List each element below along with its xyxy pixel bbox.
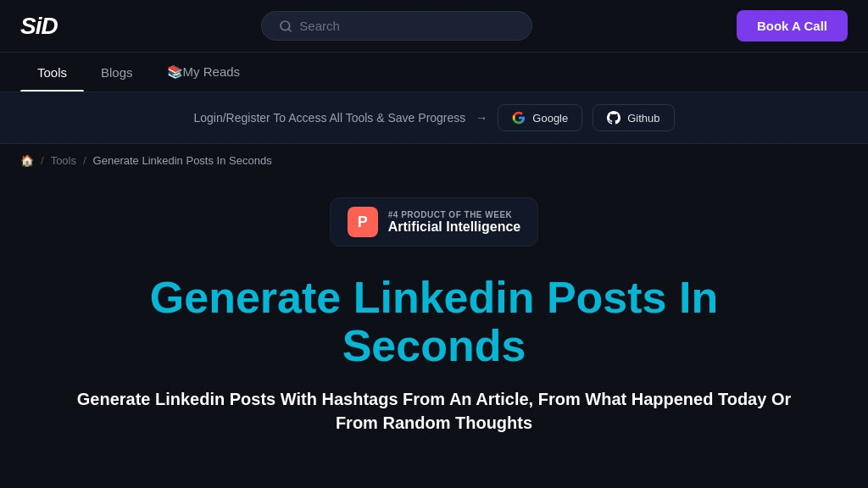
github-auth-button[interactable]: Github — [593, 104, 674, 131]
breadcrumb-home[interactable]: 🏠 — [20, 154, 34, 167]
logo: SiD — [20, 13, 58, 40]
svg-line-1 — [288, 29, 291, 31]
breadcrumb-current: Generate Linkedin Posts In Seconds — [93, 154, 272, 167]
nav-tabs: Tools Blogs 📚My Reads — [0, 53, 868, 92]
google-label: Google — [532, 112, 568, 125]
product-badge-text: #4 PRODUCT OF THE WEEK Artificial Intell… — [388, 210, 520, 235]
product-badge-title: Artificial Intelligence — [388, 219, 520, 235]
header: SiD Book A Call — [0, 0, 868, 53]
tab-blogs[interactable]: Blogs — [84, 53, 150, 92]
product-badge[interactable]: P #4 PRODUCT OF THE WEEK Artificial Inte… — [330, 197, 538, 247]
tab-tools[interactable]: Tools — [20, 53, 84, 92]
login-banner: Login/Register To Access All Tools & Sav… — [0, 92, 868, 144]
search-bar[interactable] — [261, 11, 532, 41]
book-call-button[interactable]: Book A Call — [737, 10, 848, 42]
google-icon — [512, 111, 526, 125]
login-register-text: Login/Register To Access All Tools & Sav… — [193, 111, 465, 125]
breadcrumb-tools[interactable]: Tools — [51, 154, 76, 167]
search-input[interactable] — [299, 19, 515, 33]
search-icon — [279, 19, 292, 33]
github-label: Github — [627, 112, 659, 125]
hero-title: Generate Linkedin Posts In Seconds — [137, 274, 731, 370]
product-badge-subtitle: #4 PRODUCT OF THE WEEK — [388, 210, 520, 219]
login-arrow: → — [476, 111, 487, 125]
hero-subtitle: Generate Linkedin Posts With Hashtags Fr… — [74, 387, 794, 435]
product-hunt-icon: P — [348, 207, 378, 237]
github-icon — [607, 111, 620, 125]
main-content: P #4 PRODUCT OF THE WEEK Artificial Inte… — [0, 177, 868, 435]
tab-my-reads[interactable]: 📚My Reads — [150, 53, 258, 92]
breadcrumb: 🏠 / Tools / Generate Linkedin Posts In S… — [0, 144, 868, 177]
google-auth-button[interactable]: Google — [498, 104, 582, 131]
breadcrumb-sep-2: / — [83, 154, 86, 167]
breadcrumb-sep-1: / — [41, 154, 44, 167]
